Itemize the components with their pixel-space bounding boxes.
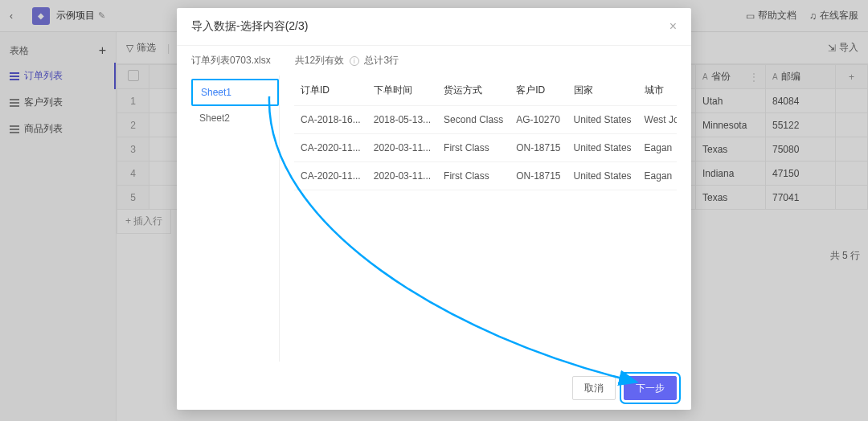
cancel-button[interactable]: 取消 [572,376,616,400]
preview-cell: CA-2020-11... [294,162,367,190]
preview-cell: 2018-05-13... [367,106,437,134]
preview-cell: AG-10270 [510,106,567,134]
preview-cell: Eagan [638,162,677,190]
preview-row: CA-2020-11...2020-03-11...First ClassON-… [294,162,677,190]
preview-column-header: 下单时间 [367,76,437,106]
preview-cell: Second Class [437,106,510,134]
preview-cell: United States [567,162,638,190]
preview-row: CA-2020-11...2020-03-11...First ClassON-… [294,134,677,162]
preview-column-header: 城市 [638,76,677,106]
preview-column-header: 国家 [567,76,638,106]
preview-cell: ON-18715 [510,162,567,190]
next-button[interactable]: 下一步 [624,376,677,400]
preview-cell: Eagan [638,134,677,162]
preview-cell: 2020-03-11... [367,162,437,190]
preview-cell: United States [567,134,638,162]
sheet-list: Sheet1 Sheet2 [191,76,280,362]
preview-cell: ON-18715 [510,134,567,162]
rows-summary: 总计3行 [364,55,399,66]
preview-cell: United States [567,106,638,134]
preview-cell: First Class [437,134,510,162]
preview-cell: CA-2020-11... [294,134,367,162]
modal-title: 导入数据-选择内容(2/3) [191,19,308,34]
preview-cell: 2020-03-11... [367,134,437,162]
columns-summary: 共12列有效 [295,55,344,66]
preview-cell: CA-2018-16... [294,106,367,134]
preview-column-header: 货运方式 [437,76,510,106]
preview-column-header: 订单ID [294,76,367,106]
preview-column-header: 客户ID [510,76,567,106]
close-icon[interactable]: × [669,19,677,34]
preview-row: CA-2018-16...2018-05-13...Second ClassAG… [294,106,677,134]
info-icon[interactable]: i [350,56,359,66]
sheet-tab-2[interactable]: Sheet2 [191,106,279,130]
import-modal: 导入数据-选择内容(2/3) × 订单列表0703.xlsx 共12列有效 i … [177,8,691,410]
preview-cell: First Class [437,162,510,190]
preview-table: 订单ID下单时间货运方式客户ID国家城市 CA-2018-16...2018-0… [280,76,677,362]
sheet-tab-1[interactable]: Sheet1 [191,79,279,106]
file-name: 订单列表0703.xlsx [191,54,271,67]
preview-cell: West Jor... [638,106,677,134]
